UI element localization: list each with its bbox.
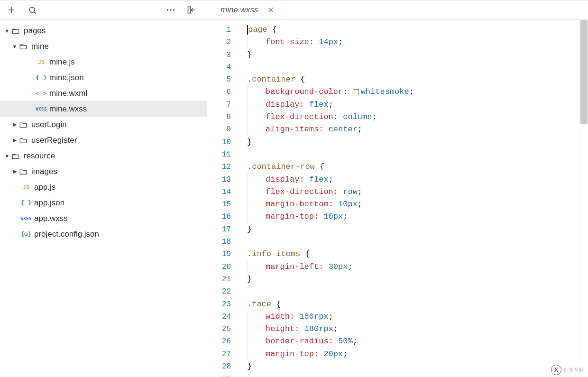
code-line[interactable]: .info-items { <box>236 248 588 260</box>
svg-rect-7 <box>188 7 191 13</box>
svg-point-2 <box>29 7 35 12</box>
scroll-thumb[interactable] <box>580 20 588 124</box>
code-line[interactable] <box>236 236 588 248</box>
tree-item-app-json[interactable]: { }app.json <box>0 195 207 211</box>
line-number: 13 <box>207 174 231 186</box>
code-line[interactable]: font-size: 14px; <box>236 36 588 48</box>
code-line[interactable]: .container { <box>236 74 588 86</box>
editor-pane: mine.wxss ✕ 1234567891011121314151617181… <box>207 0 588 377</box>
code-line[interactable]: margin-left: 30px; <box>236 261 588 273</box>
file-explorer[interactable]: ▼pages▼mineJSmine.js{ }mine.json< >mine.… <box>0 0 207 377</box>
line-number: 6 <box>207 86 231 98</box>
chevron-right-icon: ▶ <box>11 168 18 175</box>
tree-item-mine[interactable]: ▼mine <box>0 38 207 54</box>
code-line[interactable]: display: flex; <box>236 99 588 111</box>
toolbar <box>0 0 207 20</box>
code-line[interactable]: .face { <box>236 298 588 311</box>
tree-item-userLogin[interactable]: ▶userLogin <box>0 117 207 132</box>
collapse-sidebar-button[interactable] <box>184 2 199 18</box>
folder-icon <box>18 136 28 145</box>
more-button[interactable] <box>163 2 178 18</box>
tree-item-mine-wxml[interactable]: < >mine.wxml <box>0 85 207 101</box>
code-line[interactable]: margin-top: 10px; <box>236 211 588 223</box>
svg-point-6 <box>173 9 175 11</box>
chevron-down-icon: ▼ <box>4 28 10 34</box>
code-line[interactable]: background-color: whitesmoke; <box>236 86 588 98</box>
tree-item-project-config-json[interactable]: {⚙}project.config.json <box>0 226 207 242</box>
line-number: 23 <box>207 298 231 311</box>
code-line[interactable]: .container-row { <box>236 161 588 173</box>
json-file-icon: { } <box>21 199 31 206</box>
line-number: 11 <box>207 148 231 161</box>
code-line[interactable]: border-radius: 50%; <box>236 335 588 348</box>
tree-item-label: project.config.json <box>34 230 99 239</box>
line-number: 10 <box>207 136 231 148</box>
config-file-icon: {⚙} <box>21 230 31 238</box>
tree-item-pages[interactable]: ▼pages <box>0 23 207 38</box>
code-line[interactable]: } <box>236 273 588 285</box>
line-number: 16 <box>207 211 231 223</box>
search-button[interactable] <box>25 2 40 18</box>
tree-item-images[interactable]: ▶images <box>0 164 207 179</box>
line-number: 28 <box>207 360 231 373</box>
tree-item-mine-wxss[interactable]: WXSSmine.wxss <box>0 101 207 117</box>
tree-item-mine-js[interactable]: JSmine.js <box>0 54 207 70</box>
code-editor[interactable]: 1234567891011121314151617181920212223242… <box>207 20 588 377</box>
folder-open-icon <box>18 42 28 51</box>
code-line[interactable]: flex-direction: row; <box>236 186 588 198</box>
line-number: 18 <box>207 236 231 248</box>
code-line[interactable]: height: 180rpx; <box>236 323 588 335</box>
new-file-button[interactable] <box>4 2 19 18</box>
code-line[interactable] <box>236 285 588 298</box>
tree-item-label: resource <box>24 151 55 161</box>
code-area[interactable]: page {font-size: 14px;} .container {back… <box>236 20 588 377</box>
watermark: X 创新互联 <box>549 364 586 376</box>
tree-item-label: userLogin <box>31 120 67 129</box>
tree-item-userRegister[interactable]: ▶userRegister <box>0 132 207 148</box>
tree-item-app-js[interactable]: JSapp.js <box>0 179 207 195</box>
vertical-scrollbar[interactable] <box>579 20 588 377</box>
tree-item-label: app.json <box>34 198 64 208</box>
tree-item-label: mine <box>31 42 49 51</box>
close-tab-icon[interactable]: ✕ <box>267 5 274 15</box>
code-line[interactable]: } <box>236 223 588 236</box>
line-number: 7 <box>207 99 231 111</box>
code-line[interactable]: width: 180rpx; <box>236 311 588 323</box>
folder-icon <box>18 120 28 129</box>
js-file-icon: JS <box>21 184 31 191</box>
line-number: 4 <box>207 61 231 74</box>
code-line[interactable]: display: flex; <box>236 174 588 186</box>
code-line[interactable]: margin-top: 20px; <box>236 348 588 360</box>
line-number: 1 <box>207 24 231 36</box>
code-line[interactable]: flex-direction: column; <box>236 111 588 123</box>
wxml-file-icon: < > <box>36 90 46 97</box>
chevron-right-icon: ▶ <box>11 121 18 128</box>
wxss-file-icon: WXSS <box>21 216 31 221</box>
tree-item-resource[interactable]: ▼resource <box>0 148 207 164</box>
watermark-text: 创新互联 <box>563 367 584 374</box>
folder-open-icon <box>10 152 21 160</box>
code-line[interactable]: } <box>236 136 588 148</box>
color-swatch <box>353 89 359 95</box>
tree-item-label: mine.wxss <box>49 104 87 114</box>
json-file-icon: { } <box>36 74 46 81</box>
tab-title: mine.wxss <box>220 5 258 15</box>
code-line[interactable]: margin-bottom: 10px; <box>236 198 588 211</box>
svg-point-4 <box>167 9 169 11</box>
tree-item-label: images <box>31 167 57 176</box>
watermark-icon: X <box>551 365 561 375</box>
code-line[interactable] <box>236 61 588 74</box>
tree-item-mine-json[interactable]: { }mine.json <box>0 70 207 85</box>
line-number: 3 <box>207 49 231 61</box>
app-root: ▼pages▼mineJSmine.js{ }mine.json< >mine.… <box>0 0 588 377</box>
code-line[interactable] <box>236 148 588 161</box>
code-line[interactable]: align-items: center; <box>236 123 588 136</box>
line-number: 2 <box>207 36 231 48</box>
tree-item-app-wxss[interactable]: WXSSapp.wxss <box>0 211 207 226</box>
code-line[interactable]: page { <box>236 24 588 36</box>
tree-item-label: mine.wxml <box>49 89 87 98</box>
code-line[interactable]: } <box>236 360 588 373</box>
code-line[interactable]: } <box>236 49 588 61</box>
folder-icon <box>18 167 28 176</box>
tab-mine-wxss[interactable]: mine.wxss ✕ <box>207 0 282 19</box>
